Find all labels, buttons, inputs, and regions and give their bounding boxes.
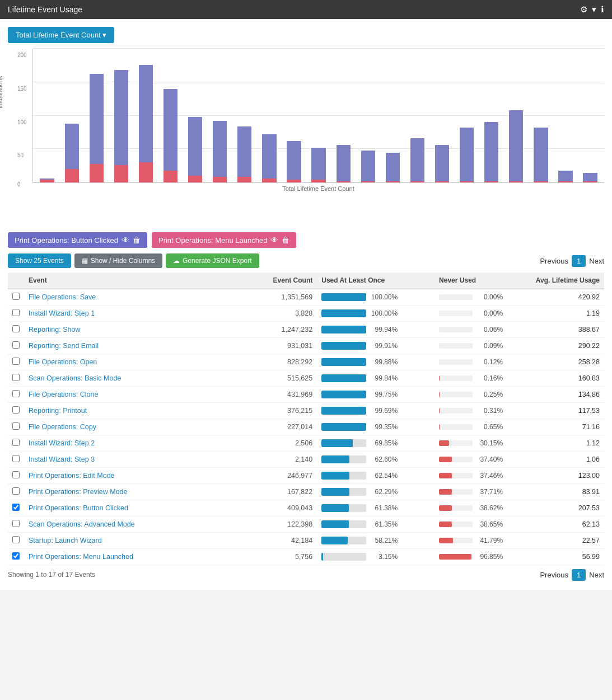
never-bar-wrap: 30.15% <box>439 439 524 447</box>
bar-red <box>410 181 424 182</box>
show-events-button[interactable]: Show 25 Events <box>8 253 71 268</box>
table-row: Reporting: Send Email931,03199.91%0.09%2… <box>8 338 604 354</box>
bottom-next-button[interactable]: Next <box>589 571 604 579</box>
row-checkbox[interactable] <box>12 309 20 316</box>
pill-eye-icon[interactable]: 👁 <box>122 236 129 245</box>
table-row: Startup: Launch Wizard42,18458.21%41.79%… <box>8 533 604 549</box>
event-link[interactable]: Print Operations: Preview Mode <box>29 488 127 496</box>
event-link[interactable]: Print Operations: Button Clicked <box>29 504 128 512</box>
bar-group: 12–26 <box>85 49 108 182</box>
export-button[interactable]: ☁ Generate JSON Export <box>166 253 259 268</box>
event-count: 122,398 <box>241 516 317 533</box>
event-link[interactable]: File Operations: Open <box>29 358 97 366</box>
never-bar-wrap: 0.65% <box>439 423 524 431</box>
bar-group: 327–378 <box>455 49 479 182</box>
chart-inner: 150 100 50 0 200 12–1112–2627–4445–6364–… <box>32 49 604 183</box>
bottom-previous-button[interactable]: Previous <box>540 571 568 579</box>
bar-blue <box>558 171 572 183</box>
row-checkbox[interactable] <box>12 536 20 543</box>
row-checkbox[interactable] <box>12 325 20 332</box>
event-count: 227,014 <box>241 419 317 435</box>
bar-group: 2–11 <box>60 49 83 182</box>
row-checkbox[interactable] <box>12 471 20 478</box>
bottom-bar: Showing 1 to 17 of 17 Events Previous 1 … <box>8 567 604 582</box>
show-hide-button[interactable]: ▦ Show / Hide Columns <box>74 253 162 268</box>
row-checkbox[interactable] <box>12 406 20 414</box>
event-link[interactable]: Scan Operations: Basic Mode <box>29 374 121 382</box>
bottom-page-number[interactable]: 1 <box>572 569 586 581</box>
bar-group: 291–326 <box>431 49 454 182</box>
row-checkbox[interactable] <box>12 390 20 397</box>
pill-delete-icon[interactable]: 🗑 <box>282 236 289 245</box>
event-count: 1,247,232 <box>241 322 317 338</box>
cloud-icon: ☁ <box>173 257 180 265</box>
event-link[interactable]: Install Wizard: Step 2 <box>29 439 95 447</box>
pill-delete-icon[interactable]: 🗑 <box>133 236 141 245</box>
event-link[interactable]: Install Wizard: Step 1 <box>29 309 95 317</box>
used-bar-wrap: 99.84% <box>321 374 430 382</box>
event-link[interactable]: Scan Operations: Advanced Mode <box>29 520 135 528</box>
event-link[interactable]: Print Operations: Edit Mode <box>29 472 115 480</box>
row-checkbox[interactable] <box>12 341 20 349</box>
top-next-button[interactable]: Next <box>589 257 604 265</box>
event-link[interactable]: Startup: Launch Wizard <box>29 537 102 544</box>
gear-icon[interactable]: ⚙ <box>580 4 587 15</box>
row-checkbox[interactable] <box>12 422 20 430</box>
app-title: Lifetime Event Usage <box>8 5 82 14</box>
avg-usage: 388.67 <box>529 322 604 338</box>
event-link[interactable]: Reporting: Printout <box>29 407 87 415</box>
row-checkbox[interactable] <box>12 455 20 462</box>
table-row: Reporting: Show1,247,23299.94%0.06%388.6… <box>8 322 604 338</box>
chart-y-label: Installations <box>0 76 3 109</box>
never-bar-wrap: 0.00% <box>439 293 524 301</box>
avg-usage: 1.19 <box>529 306 604 322</box>
avg-usage: 117.53 <box>529 403 604 419</box>
bar-group: 124–143 <box>233 49 256 182</box>
avg-usage: 123.00 <box>529 468 604 484</box>
avg-usage: 420.92 <box>529 289 604 306</box>
bar-group: 224–243 <box>356 49 380 182</box>
bar-blue <box>410 138 424 182</box>
info-icon[interactable]: ℹ <box>601 4 604 15</box>
event-link[interactable]: File Operations: Save <box>29 293 96 301</box>
event-count: 1,351,569 <box>241 289 317 306</box>
avg-usage: 1.12 <box>529 435 604 452</box>
used-bar-wrap: 99.69% <box>321 407 430 415</box>
event-link[interactable]: File Operations: Clone <box>29 391 98 398</box>
used-bar-wrap: 99.75% <box>321 391 430 398</box>
used-bar-wrap: 99.91% <box>321 342 430 350</box>
chart-dropdown-button[interactable]: Total Lifetime Event Count ▾ <box>8 27 114 43</box>
used-bar-wrap: 62.54% <box>321 472 430 480</box>
bar-group: 883–1410 <box>554 49 577 182</box>
row-checkbox[interactable] <box>12 439 20 446</box>
bar-blue <box>435 145 449 182</box>
pill-eye-icon[interactable]: 👁 <box>270 236 278 245</box>
row-checkbox[interactable] <box>12 374 20 381</box>
avg-usage: 134.86 <box>529 387 604 403</box>
bottom-pagination: Previous 1 Next <box>540 569 604 581</box>
used-bar-wrap: 61.35% <box>321 520 430 528</box>
event-link[interactable]: File Operations: Copy <box>29 423 96 431</box>
row-checkbox[interactable] <box>12 504 20 511</box>
bar-red <box>163 171 177 183</box>
top-page-number[interactable]: 1 <box>572 255 586 267</box>
row-checkbox[interactable] <box>12 358 20 365</box>
pill-label: Print Operations: Button Clicked <box>15 236 118 245</box>
bar-group: 164–183 <box>282 49 306 182</box>
top-previous-button[interactable]: Previous <box>540 257 568 265</box>
bar-group: 84–103 <box>184 49 207 182</box>
event-link[interactable]: Print Operations: Menu Launched <box>29 553 133 561</box>
bar-group: 264–290 <box>405 49 429 182</box>
row-checkbox[interactable] <box>12 293 20 300</box>
row-checkbox[interactable] <box>12 487 20 495</box>
avg-usage: 258.28 <box>529 354 604 370</box>
event-link[interactable]: Reporting: Send Email <box>29 342 99 350</box>
dropdown-icon[interactable]: ▾ <box>592 4 596 15</box>
event-count: 376,215 <box>241 403 317 419</box>
event-link[interactable]: Reporting: Show <box>29 326 80 333</box>
used-bar-wrap: 3.15% <box>321 553 430 561</box>
never-bar-wrap: 0.00% <box>439 309 524 317</box>
row-checkbox[interactable] <box>12 552 20 560</box>
row-checkbox[interactable] <box>12 520 20 527</box>
event-link[interactable]: Install Wizard: Step 3 <box>29 455 95 463</box>
